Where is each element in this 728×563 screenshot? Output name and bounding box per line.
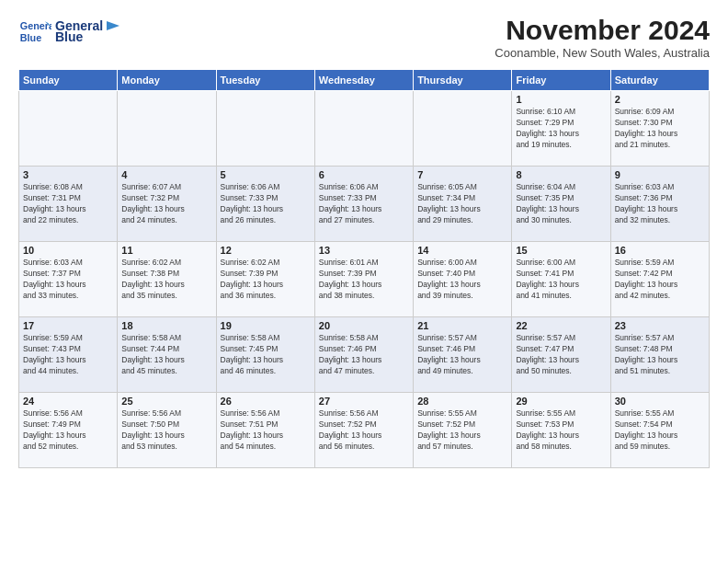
day-info: Sunrise: 5:56 AM Sunset: 7:49 PM Dayligh… — [23, 408, 113, 453]
day-number: 25 — [121, 396, 211, 407]
day-info: Sunrise: 5:55 AM Sunset: 7:52 PM Dayligh… — [417, 408, 507, 453]
calendar-cell: 29Sunrise: 5:55 AM Sunset: 7:53 PM Dayli… — [512, 393, 610, 468]
day-number: 19 — [221, 320, 311, 331]
calendar-cell — [19, 91, 118, 167]
day-info: Sunrise: 6:02 AM Sunset: 7:38 PM Dayligh… — [121, 258, 211, 302]
day-info: Sunrise: 6:08 AM Sunset: 7:31 PM Dayligh… — [23, 182, 113, 226]
calendar-header-row: SundayMondayTuesdayWednesdayThursdayFrid… — [19, 70, 710, 91]
calendar-cell: 10Sunrise: 6:03 AM Sunset: 7:37 PM Dayli… — [19, 242, 118, 317]
calendar-cell: 13Sunrise: 6:01 AM Sunset: 7:39 PM Dayli… — [314, 242, 413, 317]
day-info: Sunrise: 5:56 AM Sunset: 7:50 PM Dayligh… — [121, 408, 211, 453]
location: Coonamble, New South Wales, Australia — [495, 46, 710, 60]
calendar-cell: 23Sunrise: 5:57 AM Sunset: 7:48 PM Dayli… — [610, 317, 709, 393]
logo: General Blue General Blue — [18, 15, 121, 48]
calendar-cell: 27Sunrise: 5:56 AM Sunset: 7:52 PM Dayli… — [314, 393, 413, 468]
logo-icon: General Blue — [18, 15, 51, 48]
day-number: 4 — [121, 169, 211, 180]
day-number: 21 — [417, 320, 507, 331]
logo-arrow-icon — [105, 19, 121, 32]
day-info: Sunrise: 6:02 AM Sunset: 7:39 PM Dayligh… — [221, 258, 311, 302]
weekday-header: Saturday — [610, 70, 709, 91]
calendar-cell: 15Sunrise: 6:00 AM Sunset: 7:41 PM Dayli… — [512, 242, 610, 317]
day-info: Sunrise: 5:57 AM Sunset: 7:48 PM Dayligh… — [615, 333, 705, 377]
calendar-cell: 19Sunrise: 5:58 AM Sunset: 7:45 PM Dayli… — [216, 317, 314, 393]
day-info: Sunrise: 5:55 AM Sunset: 7:53 PM Dayligh… — [516, 408, 606, 453]
day-number: 15 — [516, 245, 606, 256]
calendar-cell: 11Sunrise: 6:02 AM Sunset: 7:38 PM Dayli… — [118, 242, 216, 317]
day-info: Sunrise: 5:57 AM Sunset: 7:47 PM Dayligh… — [516, 333, 606, 377]
calendar-cell: 24Sunrise: 5:56 AM Sunset: 7:49 PM Dayli… — [19, 393, 118, 468]
day-info: Sunrise: 6:09 AM Sunset: 7:30 PM Dayligh… — [615, 107, 705, 151]
calendar-week-row: 10Sunrise: 6:03 AM Sunset: 7:37 PM Dayli… — [19, 242, 710, 317]
day-info: Sunrise: 6:00 AM Sunset: 7:41 PM Dayligh… — [516, 258, 606, 302]
calendar-cell: 28Sunrise: 5:55 AM Sunset: 7:52 PM Dayli… — [414, 393, 512, 468]
calendar-week-row: 17Sunrise: 5:59 AM Sunset: 7:43 PM Dayli… — [19, 317, 710, 393]
calendar-week-row: 3Sunrise: 6:08 AM Sunset: 7:31 PM Daylig… — [19, 167, 710, 242]
calendar-cell: 4Sunrise: 6:07 AM Sunset: 7:32 PM Daylig… — [118, 167, 216, 242]
calendar-cell: 1Sunrise: 6:10 AM Sunset: 7:29 PM Daylig… — [512, 91, 610, 167]
day-number: 3 — [23, 169, 113, 180]
calendar-cell: 14Sunrise: 6:00 AM Sunset: 7:40 PM Dayli… — [414, 242, 512, 317]
day-number: 20 — [319, 320, 409, 331]
title-block: November 2024 Coonamble, New South Wales… — [495, 15, 710, 60]
calendar-cell: 21Sunrise: 5:57 AM Sunset: 7:46 PM Dayli… — [414, 317, 512, 393]
day-info: Sunrise: 6:00 AM Sunset: 7:40 PM Dayligh… — [417, 258, 507, 302]
day-info: Sunrise: 5:55 AM Sunset: 7:54 PM Dayligh… — [615, 408, 705, 453]
calendar-week-row: 1Sunrise: 6:10 AM Sunset: 7:29 PM Daylig… — [19, 91, 710, 167]
calendar-cell: 8Sunrise: 6:04 AM Sunset: 7:35 PM Daylig… — [512, 167, 610, 242]
day-info: Sunrise: 5:56 AM Sunset: 7:52 PM Dayligh… — [319, 408, 409, 453]
month-year: November 2024 — [495, 15, 710, 46]
calendar-cell: 26Sunrise: 5:56 AM Sunset: 7:51 PM Dayli… — [216, 393, 314, 468]
calendar-cell: 2Sunrise: 6:09 AM Sunset: 7:30 PM Daylig… — [610, 91, 709, 167]
day-number: 6 — [319, 169, 409, 180]
day-info: Sunrise: 5:56 AM Sunset: 7:51 PM Dayligh… — [221, 408, 311, 453]
day-number: 30 — [615, 396, 705, 407]
day-number: 2 — [615, 94, 705, 105]
calendar-cell: 6Sunrise: 6:06 AM Sunset: 7:33 PM Daylig… — [314, 167, 413, 242]
calendar-cell: 25Sunrise: 5:56 AM Sunset: 7:50 PM Dayli… — [118, 393, 216, 468]
calendar-cell: 16Sunrise: 5:59 AM Sunset: 7:42 PM Dayli… — [610, 242, 709, 317]
day-number: 24 — [23, 396, 113, 407]
calendar-cell — [118, 91, 216, 167]
calendar-cell: 12Sunrise: 6:02 AM Sunset: 7:39 PM Dayli… — [216, 242, 314, 317]
header: General Blue General Blue November 2024 … — [18, 15, 710, 60]
day-number: 26 — [221, 396, 311, 407]
day-number: 22 — [516, 320, 606, 331]
calendar-table: SundayMondayTuesdayWednesdayThursdayFrid… — [18, 69, 710, 468]
day-number: 12 — [221, 245, 311, 256]
day-number: 27 — [319, 396, 409, 407]
calendar-cell: 18Sunrise: 5:58 AM Sunset: 7:44 PM Dayli… — [118, 317, 216, 393]
day-info: Sunrise: 6:03 AM Sunset: 7:36 PM Dayligh… — [615, 182, 705, 226]
weekday-header: Friday — [512, 70, 610, 91]
day-info: Sunrise: 6:07 AM Sunset: 7:32 PM Dayligh… — [121, 182, 211, 226]
day-info: Sunrise: 6:01 AM Sunset: 7:39 PM Dayligh… — [319, 258, 409, 302]
day-info: Sunrise: 5:57 AM Sunset: 7:46 PM Dayligh… — [417, 333, 507, 377]
day-number: 14 — [417, 245, 507, 256]
weekday-header: Monday — [118, 70, 216, 91]
day-number: 28 — [417, 396, 507, 407]
calendar-cell: 3Sunrise: 6:08 AM Sunset: 7:31 PM Daylig… — [19, 167, 118, 242]
day-info: Sunrise: 6:06 AM Sunset: 7:33 PM Dayligh… — [221, 182, 311, 226]
page: General Blue General Blue November 2024 … — [0, 0, 728, 563]
day-info: Sunrise: 6:04 AM Sunset: 7:35 PM Dayligh… — [516, 182, 606, 226]
calendar-cell — [216, 91, 314, 167]
day-info: Sunrise: 5:59 AM Sunset: 7:43 PM Dayligh… — [23, 333, 113, 377]
calendar-week-row: 24Sunrise: 5:56 AM Sunset: 7:49 PM Dayli… — [19, 393, 710, 468]
day-info: Sunrise: 5:58 AM Sunset: 7:45 PM Dayligh… — [221, 333, 311, 377]
calendar-cell — [414, 91, 512, 167]
weekday-header: Tuesday — [216, 70, 314, 91]
day-number: 8 — [516, 169, 606, 180]
day-number: 13 — [319, 245, 409, 256]
svg-marker-4 — [107, 21, 119, 30]
calendar-cell: 7Sunrise: 6:05 AM Sunset: 7:34 PM Daylig… — [414, 167, 512, 242]
calendar-cell: 17Sunrise: 5:59 AM Sunset: 7:43 PM Dayli… — [19, 317, 118, 393]
day-number: 17 — [23, 320, 113, 331]
day-number: 9 — [615, 169, 705, 180]
day-number: 5 — [221, 169, 311, 180]
calendar-cell: 30Sunrise: 5:55 AM Sunset: 7:54 PM Dayli… — [610, 393, 709, 468]
day-info: Sunrise: 6:03 AM Sunset: 7:37 PM Dayligh… — [23, 258, 113, 302]
svg-text:Blue: Blue — [20, 32, 41, 43]
day-info: Sunrise: 6:05 AM Sunset: 7:34 PM Dayligh… — [417, 182, 507, 226]
weekday-header: Sunday — [19, 70, 118, 91]
day-info: Sunrise: 6:06 AM Sunset: 7:33 PM Dayligh… — [319, 182, 409, 226]
